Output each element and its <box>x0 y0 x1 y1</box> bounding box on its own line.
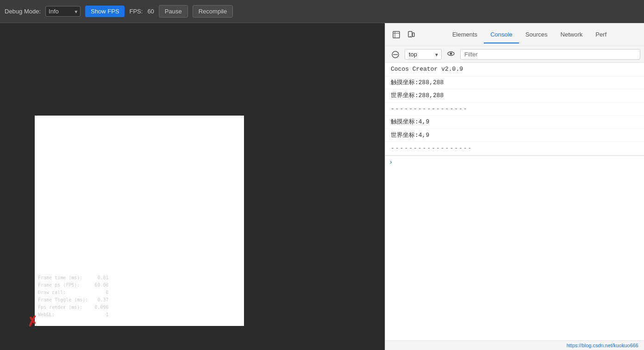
tab-perf[interactable]: Perf <box>589 26 613 43</box>
fps-row-webgl: WebGL: 1 <box>38 311 108 319</box>
inspect-icon <box>393 31 400 38</box>
frame-fps-label: Frame ps (FPS): <box>38 282 80 289</box>
svg-rect-0 <box>393 31 400 38</box>
console-line-cocoscreator: Cocos Creator v2.0.9 <box>385 63 644 76</box>
svg-rect-3 <box>408 31 412 37</box>
console-line-world2: 世界坐标:4,9 <box>385 129 644 142</box>
fps-render-value: 0.096 <box>94 304 108 311</box>
filter-input[interactable] <box>460 49 640 60</box>
context-select-wrapper: top ▼ <box>405 49 442 60</box>
fps-row-drawcall: Draw call: 0 <box>38 289 108 296</box>
fps-overlay: Frame time (ms): 0.81 Frame ps (FPS): 60… <box>38 274 108 319</box>
frame-toggle-value: 0.37 <box>97 296 108 304</box>
console-toolbar: top ▼ <box>385 46 644 63</box>
debug-mode-label: Debug Mode: <box>5 8 41 15</box>
main-area: Frame time (ms): 0.81 Frame ps (FPS): 60… <box>0 23 644 350</box>
statusbar-url: https://blog.csdn.net/kuokuo666 <box>567 343 638 348</box>
console-line-sep2: ------------------ <box>385 142 644 155</box>
fps-value: 60 <box>147 8 154 15</box>
console-line-touch2: 触摸坐标:4,9 <box>385 116 644 129</box>
devtools-panel: Elements Console Sources Network Perf <box>385 23 644 350</box>
inspect-element-button[interactable] <box>389 28 404 41</box>
frame-fps-value: 60.00 <box>94 282 108 289</box>
tab-elements[interactable]: Elements <box>446 26 484 43</box>
frame-time-value: 0.81 <box>97 274 108 282</box>
draw-call-label: Draw call: <box>38 289 66 296</box>
device-icon <box>407 31 415 38</box>
eye-icon-button[interactable] <box>444 48 457 61</box>
show-fps-button[interactable]: Show FPS <box>85 6 125 17</box>
frame-time-label: Frame time (ms): <box>38 274 82 282</box>
fps-row-framefps: Frame ps (FPS): 60.00 <box>38 282 108 289</box>
devtools-statusbar: https://blog.csdn.net/kuokuo666 <box>385 340 644 350</box>
console-chevron-icon[interactable]: › <box>389 159 393 166</box>
eye-icon <box>447 50 455 57</box>
tab-sources[interactable]: Sources <box>519 26 554 43</box>
console-output[interactable]: Cocos Creator v2.0.9 触摸坐标:288,288 世界坐标:2… <box>385 63 644 340</box>
console-line-touch1: 触摸坐标:288,288 <box>385 76 644 90</box>
game-panel: Frame time (ms): 0.81 Frame ps (FPS): 60… <box>0 23 385 350</box>
fps-row-fpsrender: Fps render (ms): 0.096 <box>38 304 108 311</box>
tab-network[interactable]: Network <box>554 26 589 43</box>
console-line-world1: 世界坐标:288,288 <box>385 89 644 103</box>
svg-rect-4 <box>413 33 414 37</box>
recompile-button[interactable]: Recompile <box>193 5 233 18</box>
tab-console[interactable]: Console <box>484 26 519 43</box>
svg-point-9 <box>450 52 452 55</box>
pause-button[interactable]: Pause <box>159 5 188 18</box>
fps-label: FPS: <box>129 8 143 15</box>
fps-render-label: Fps render (ms): <box>38 304 82 311</box>
webgl-value: 1 <box>106 311 108 319</box>
draw-call-value: 0 <box>106 289 108 296</box>
console-prompt-line: › <box>385 155 644 169</box>
clear-icon <box>392 51 399 58</box>
debug-toolbar: Debug Mode: Info Warn Error Verbose ▼ Sh… <box>0 0 644 23</box>
context-select[interactable]: top <box>405 49 442 60</box>
clear-console-button[interactable] <box>389 49 402 60</box>
device-toolbar-button[interactable] <box>404 28 419 41</box>
webgl-label: WebGL: <box>38 311 55 319</box>
debug-mode-select[interactable]: Info Warn Error Verbose <box>45 6 81 17</box>
devtools-nav: Elements Console Sources Network Perf <box>385 23 644 46</box>
console-line-sep1: ----------------- <box>385 103 644 116</box>
frame-toggle-label: Frame Toggle (ms): <box>38 296 88 304</box>
fps-row-frametime: Frame time (ms): 0.81 <box>38 274 108 282</box>
fps-row-frametoggle: Frame Toggle (ms): 0.37 <box>38 296 108 304</box>
debug-mode-select-wrapper: Info Warn Error Verbose ▼ <box>45 6 81 17</box>
